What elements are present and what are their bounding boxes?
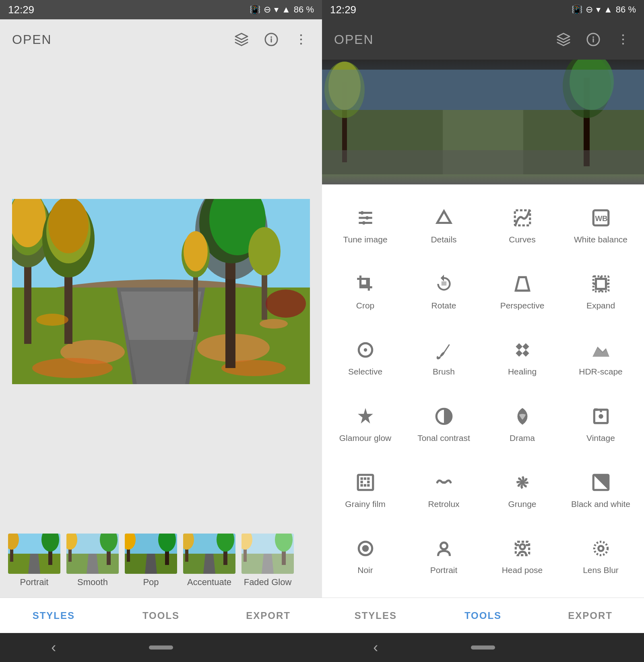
selective-icon — [354, 339, 377, 361]
svg-point-94 — [362, 221, 365, 224]
svg-rect-87 — [322, 150, 644, 174]
crop-icon — [354, 273, 377, 295]
tool-details[interactable]: Details — [405, 192, 483, 259]
svg-point-75 — [622, 34, 624, 36]
park-scene-svg — [12, 199, 310, 384]
svg-point-32 — [36, 314, 68, 326]
svg-marker-45 — [87, 554, 99, 574]
vintage-label: Vintage — [586, 432, 615, 443]
tonal-contrast-label: Tonal contrast — [417, 432, 470, 443]
svg-point-22 — [48, 199, 89, 253]
style-item-pop[interactable]: Pop — [125, 534, 177, 588]
tool-perspective[interactable]: Perspective — [483, 259, 561, 325]
back-button-left[interactable]: ‹ — [41, 635, 66, 660]
tool-noir[interactable]: Noir — [326, 523, 405, 590]
tool-black-white[interactable]: Black and white — [561, 457, 640, 523]
svg-rect-104 — [596, 279, 606, 289]
rotate-label: Rotate — [431, 300, 456, 311]
style-label-faded-glow: Faded Glow — [244, 577, 292, 588]
tool-drama[interactable]: Drama — [483, 391, 561, 457]
tool-grainy-film[interactable]: Grainy film — [326, 457, 405, 523]
tool-head-pose[interactable]: Head pose — [483, 523, 561, 590]
grunge-icon — [511, 471, 534, 494]
tool-tonal-contrast[interactable]: Tonal contrast — [405, 391, 483, 457]
svg-marker-101 — [516, 277, 529, 290]
tool-expand[interactable]: Expand — [561, 259, 640, 325]
layers-icon-right[interactable] — [555, 31, 572, 48]
bottom-nav-right: STYLES TOOLS EXPORT — [322, 598, 644, 633]
lens-blur-label: Lens Blur — [583, 565, 619, 575]
nav-styles-left[interactable]: STYLES — [0, 598, 107, 633]
svg-point-92 — [360, 211, 363, 214]
details-label: Details — [431, 234, 456, 245]
style-item-smooth[interactable]: Smooth — [66, 534, 119, 588]
tool-brush[interactable]: Brush — [405, 325, 483, 391]
noir-label: Noir — [357, 565, 373, 575]
portrait-tool-icon — [433, 537, 455, 560]
svg-point-93 — [365, 216, 369, 219]
head-pose-label: Head pose — [502, 565, 543, 575]
styles-thumbnails: Portrait S — [0, 523, 322, 598]
tool-white-balance[interactable]: WB White balance — [561, 192, 640, 259]
dnd-icon-r: ⊖ — [586, 4, 593, 15]
style-thumb-portrait — [8, 534, 60, 574]
home-button-right[interactable] — [471, 635, 495, 660]
grunge-label: Grunge — [508, 499, 536, 509]
tool-curves[interactable]: Curves — [483, 192, 561, 259]
rotate-icon — [433, 273, 455, 295]
tool-vintage[interactable]: Vintage — [561, 391, 640, 457]
status-icons-right: 📳 ⊖ ▾ ▲ 86 % — [572, 4, 636, 15]
tool-hdr-scape[interactable]: HDR-scape — [561, 325, 640, 391]
svg-point-3 — [300, 34, 302, 36]
nav-export-left[interactable]: EXPORT — [215, 598, 322, 633]
home-button-left[interactable] — [149, 635, 173, 660]
svg-point-31 — [248, 227, 281, 275]
noir-icon — [354, 537, 377, 560]
layers-icon[interactable] — [233, 31, 250, 48]
nav-tools-right[interactable]: TOOLS — [429, 598, 537, 633]
svg-point-117 — [599, 415, 602, 417]
expand-icon — [590, 273, 612, 295]
glamour-glow-icon — [354, 405, 377, 428]
tool-retrolux[interactable]: Retrolux — [405, 457, 483, 523]
back-arrow-left: ‹ — [51, 639, 56, 656]
svg-rect-123 — [360, 481, 363, 483]
more-vert-icon-left[interactable] — [292, 31, 310, 48]
nav-styles-right[interactable]: STYLES — [322, 598, 429, 633]
svg-rect-100 — [441, 281, 446, 285]
tool-tune-image[interactable]: Tune image — [326, 192, 405, 259]
black-white-label: Black and white — [571, 499, 630, 509]
nav-export-right[interactable]: EXPORT — [537, 598, 644, 633]
svg-marker-38 — [28, 554, 40, 574]
svg-rect-122 — [367, 477, 369, 480]
tool-portrait[interactable]: Portrait — [405, 523, 483, 590]
style-item-accentuate[interactable]: Accentuate — [183, 534, 235, 588]
app-bar-left: OPEN — [0, 19, 322, 60]
svg-rect-124 — [367, 481, 369, 483]
style-label-smooth: Smooth — [77, 577, 108, 588]
style-item-portrait[interactable]: Portrait — [8, 534, 60, 588]
tool-grunge[interactable]: Grunge — [483, 457, 561, 523]
home-pill-left — [149, 645, 173, 650]
grainy-film-icon — [354, 471, 377, 494]
curves-label: Curves — [509, 234, 536, 245]
tool-glamour-glow[interactable]: Glamour glow — [326, 391, 405, 457]
vibrate-icon-r: 📳 — [572, 4, 582, 15]
style-item-faded-glow[interactable]: Faded Glow — [242, 534, 294, 588]
svg-point-132 — [440, 543, 447, 550]
nav-tools-left[interactable]: TOOLS — [107, 598, 215, 633]
portrait-tool-label: Portrait — [430, 565, 458, 575]
white-balance-icon: WB — [590, 207, 612, 229]
tool-lens-blur[interactable]: Lens Blur — [561, 523, 640, 590]
tool-healing[interactable]: Healing — [483, 325, 561, 391]
svg-point-5 — [300, 43, 302, 45]
tool-crop[interactable]: Crop — [326, 259, 405, 325]
info-icon-left[interactable] — [262, 31, 280, 48]
left-panel: OPEN — [0, 19, 322, 633]
tool-rotate[interactable]: Rotate — [405, 259, 483, 325]
more-vert-icon-right[interactable] — [614, 31, 632, 48]
info-icon-right[interactable] — [584, 31, 602, 48]
svg-point-131 — [362, 545, 369, 552]
tool-selective[interactable]: Selective — [326, 325, 405, 391]
back-button-right[interactable]: ‹ — [363, 635, 388, 660]
